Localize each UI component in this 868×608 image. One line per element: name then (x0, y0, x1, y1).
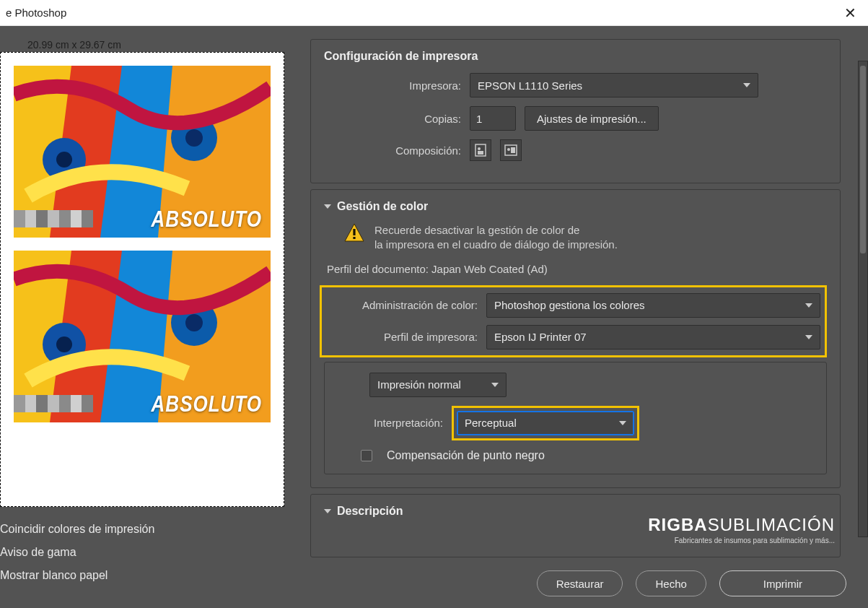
color-handling-label: Administración de color: (326, 299, 478, 311)
document-profile-label: Perfil del documento: (327, 263, 429, 275)
watermark-tagline: Fabricantes de insumos para sublimación … (648, 537, 835, 544)
restore-button[interactable]: Restaurar (537, 570, 623, 596)
option-match-print-colors[interactable]: Coincidir colores de impresión (0, 523, 293, 536)
done-button-label: Hecho (655, 578, 686, 590)
svg-rect-16 (353, 229, 355, 235)
document-profile-line: Perfil del documento: Japan Web Coated (… (327, 263, 827, 275)
svg-point-7 (185, 314, 203, 331)
svg-rect-12 (478, 151, 483, 155)
dialog-button-bar: Restaurar Hecho Imprimir (537, 570, 846, 596)
copies-input[interactable]: 1 (470, 106, 516, 131)
black-point-label: Compensación de punto negro (387, 449, 545, 462)
color-warning-line2: la impresora en el cuadro de diálogo de … (374, 238, 618, 252)
printer-profile-value: Epson IJ Printer 07 (494, 331, 587, 343)
watermark-brand-light: SUBLIMACIÓN (708, 515, 835, 534)
svg-point-14 (507, 148, 510, 151)
preview-artwork: ABSOLUTO (14, 251, 271, 422)
scrollbar[interactable] (858, 61, 868, 537)
restore-button-label: Restaurar (556, 578, 604, 590)
layout-portrait-button[interactable] (470, 139, 491, 161)
window-titlebar: e Photoshop ✕ (0, 0, 868, 26)
watermark: RIGBASUBLIMACIÓN Fabricantes de insumos … (648, 515, 835, 544)
svg-point-9 (56, 336, 72, 352)
color-management-title: Gestión de color (337, 200, 428, 213)
chevron-down-icon (324, 204, 331, 209)
color-management-panel: Gestión de color Recuerde desactivar la … (310, 189, 841, 488)
color-handling-select[interactable]: Photoshop gestiona los colores (486, 293, 820, 318)
highlight-color-handling: Administración de color: Photoshop gesti… (320, 285, 827, 357)
layout-label: Composición: (324, 144, 461, 157)
printer-setup-panel: Configuración de impresora Impresora: EP… (310, 39, 841, 183)
printer-setup-title: Configuración de impresora (324, 50, 827, 63)
chevron-down-icon (805, 335, 812, 339)
chevron-down-icon (805, 303, 812, 308)
description-title: Descripción (337, 505, 403, 518)
preview-artwork: ABSOLUTO (14, 66, 271, 238)
print-mode-value: Impresión normal (377, 378, 461, 391)
printer-select-value: EPSON L1110 Series (478, 79, 582, 92)
preview-column: 20.99 cm x 29.67 cm (0, 26, 303, 608)
copies-label: Copias: (324, 113, 461, 125)
pixel-censor-strip (14, 210, 93, 227)
preview-frame: ABSOLUTO (0, 52, 284, 507)
document-profile-value: Japan Web Coated (Ad) (431, 263, 548, 275)
done-button[interactable]: Hecho (636, 570, 706, 596)
chevron-down-icon (619, 421, 626, 425)
pixel-censor-strip (14, 395, 93, 412)
window-title: e Photoshop (6, 6, 66, 19)
rendering-subgroup: Impresión normal Interpretación: Percept… (324, 362, 827, 474)
color-warning-text: Recuerde desactivar la gestión de color … (374, 223, 618, 253)
print-button[interactable]: Imprimir (719, 570, 846, 596)
printer-select[interactable]: EPSON L1110 Series (470, 73, 758, 97)
dialog-body: 20.99 cm x 29.67 cm (0, 26, 868, 608)
svg-point-11 (478, 147, 481, 150)
print-mode-select[interactable]: Impresión normal (369, 373, 507, 397)
option-gamut-warning[interactable]: Aviso de gama (0, 546, 293, 559)
option-show-paper-white[interactable]: Mostrar blanco papel (0, 569, 293, 582)
svg-rect-15 (511, 147, 515, 153)
printer-label: Impresora: (324, 79, 461, 92)
chevron-down-icon (743, 83, 750, 87)
svg-point-2 (185, 129, 203, 147)
color-warning-line1: Recuerde desactivar la gestión de color … (374, 223, 618, 238)
color-handling-value: Photoshop gestiona los colores (494, 299, 644, 311)
rendering-intent-label: Interpretación: (335, 417, 443, 429)
svg-rect-17 (353, 237, 355, 239)
color-management-header[interactable]: Gestión de color (324, 200, 827, 213)
artwork-overlay-text: ABSOLUTO (152, 206, 262, 233)
settings-column: Configuración de impresora Impresora: EP… (303, 26, 868, 608)
printer-profile-label: Perfil de impresora: (326, 331, 478, 343)
print-settings-button[interactable]: Ajustes de impresión... (525, 106, 659, 131)
copies-value: 1 (476, 113, 482, 125)
layout-landscape-button[interactable] (500, 139, 522, 161)
watermark-brand-bold: RIGBA (648, 515, 707, 534)
close-icon[interactable]: ✕ (838, 1, 862, 25)
preview-dimensions: 20.99 cm x 29.67 cm (0, 39, 293, 51)
print-button-label: Imprimir (763, 578, 802, 590)
black-point-checkbox[interactable] (361, 450, 372, 461)
printer-profile-select[interactable]: Epson IJ Printer 07 (486, 325, 820, 349)
highlight-rendering-intent: Perceptual (452, 406, 639, 440)
chevron-down-icon (491, 383, 499, 387)
svg-point-4 (56, 152, 72, 168)
chevron-down-icon (324, 509, 331, 513)
rendering-intent-value: Perceptual (465, 417, 517, 429)
artwork-overlay-text: ABSOLUTO (152, 391, 262, 417)
print-settings-button-label: Ajustes de impresión... (537, 113, 646, 125)
warning-icon (344, 223, 364, 242)
rendering-intent-select[interactable]: Perceptual (457, 411, 634, 435)
